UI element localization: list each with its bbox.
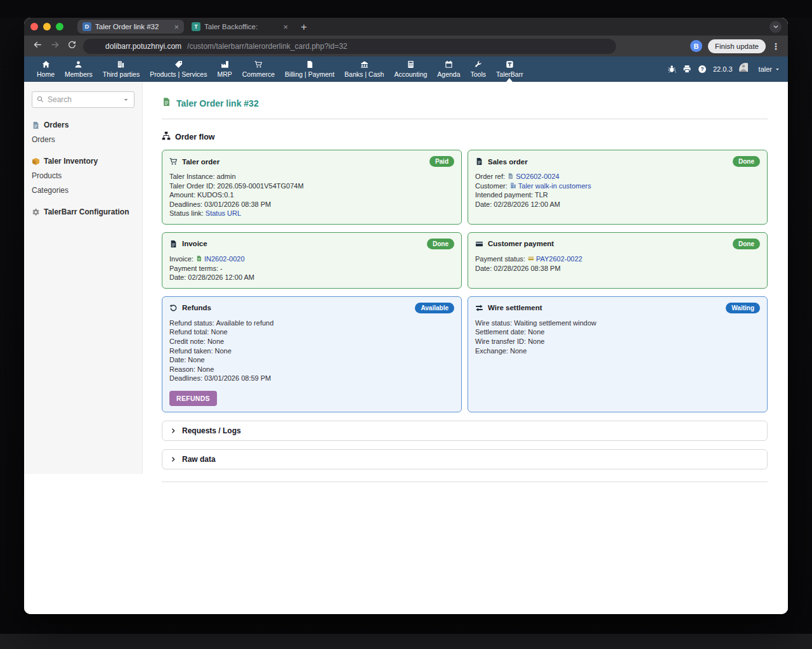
forward-button[interactable]	[49, 41, 60, 52]
status-badge: Waiting	[726, 303, 760, 313]
address-bar[interactable]: dolibarr.potuzhnyi.com/custom/talerbarr/…	[83, 39, 616, 54]
browser-tab-strip: DTaler Order link #32×TTaler Backoffice:…	[24, 18, 788, 36]
order-flow-icon	[162, 131, 171, 142]
card-field: Payment terms: -	[169, 264, 454, 273]
card-title: Taler order	[182, 158, 219, 166]
profile-avatar[interactable]: B	[690, 40, 702, 52]
sidebar-section-label: TalerBarr Configuration	[44, 207, 129, 216]
order-flow-card-invoice: InvoiceDoneInvoice: IN2602-0020Payment t…	[162, 232, 462, 289]
field-value: None	[197, 365, 214, 373]
sidebar-item-products[interactable]: Products	[32, 171, 134, 180]
extensions-icon[interactable]	[673, 41, 684, 52]
bookmark-star-icon[interactable]	[656, 41, 667, 52]
new-tab-button[interactable]: +	[301, 22, 307, 32]
collapsible-panel-raw-data[interactable]: Raw data	[162, 449, 768, 469]
gear-icon	[32, 208, 40, 216]
search-box[interactable]	[32, 91, 134, 108]
card-title: Sales order	[488, 158, 528, 166]
top-menu-item-accounting[interactable]: Accounting	[389, 56, 432, 82]
help-icon[interactable]: ?	[698, 65, 707, 74]
top-menu-item-banks-cash[interactable]: Banks | Cash	[339, 56, 389, 82]
browser-menu-icon[interactable]: ⋮	[771, 41, 780, 51]
url-host: dolibarr.potuzhnyi.com	[105, 42, 181, 51]
field-value: 03/01/2026 08:38 PM	[204, 200, 271, 208]
field-label: Credit note:	[169, 338, 207, 345]
top-menu-label: Billing | Payment	[285, 70, 334, 78]
top-menu-item-agenda[interactable]: Agenda	[432, 56, 465, 82]
reload-button[interactable]	[66, 41, 77, 52]
panel-label: Raw data	[182, 455, 216, 464]
field-label: Deadlines:	[169, 374, 204, 382]
user-avatar[interactable]	[739, 63, 752, 76]
sidebar-section: TalerBarr Configuration	[32, 207, 134, 216]
field-label: Taler Order ID:	[169, 182, 217, 190]
field-link[interactable]: PAY2602-0022	[536, 255, 582, 263]
field-link[interactable]: SO2602-0024	[516, 173, 560, 180]
left-menu: OrdersOrdersTaler InventoryProductsCateg…	[24, 82, 143, 474]
top-menu-item-billing-payment[interactable]: Billing | Payment	[280, 56, 339, 82]
field-value: None	[528, 328, 544, 336]
site-info-icon[interactable]	[91, 42, 100, 51]
company-icon	[510, 182, 516, 189]
field-value: None	[211, 328, 227, 336]
field-label: Payment status:	[475, 255, 527, 263]
top-menu-item-talerbarr[interactable]: TalerBarr	[491, 56, 528, 82]
top-menu-item-commerce[interactable]: Commerce	[237, 56, 280, 82]
tab-title: Taler Backoffice:	[204, 23, 279, 30]
install-icon[interactable]	[639, 41, 650, 52]
field-label: Wire status:	[475, 319, 514, 327]
top-menu-item-products-services[interactable]: Products | Services	[145, 56, 212, 82]
sidebar-item-categories[interactable]: Categories	[32, 186, 134, 195]
cookies-blocked-icon[interactable]	[622, 41, 633, 52]
field-link[interactable]: Taler walk-in customers	[518, 182, 591, 190]
finish-update-label: Finish update	[715, 43, 759, 50]
search-input[interactable]	[48, 95, 119, 104]
zoom-window-button[interactable]	[56, 23, 63, 30]
browser-tab[interactable]: TTaler Backoffice:×	[187, 20, 293, 34]
bottom-divider	[162, 482, 768, 482]
tab-search-button[interactable]	[769, 21, 782, 33]
browser-tab[interactable]: DTaler Order link #32×	[77, 20, 184, 34]
card-field: Amount: KUDOS:0.1	[169, 190, 454, 200]
field-value: 02/28/2026 08:38 PM	[494, 265, 560, 272]
card-field: Date: 02/28/2026 12:00 AM	[169, 273, 454, 282]
field-label: Customer:	[475, 182, 509, 190]
user-menu[interactable]: taler	[759, 65, 780, 73]
print-icon[interactable]	[683, 65, 691, 74]
top-menu-item-tools[interactable]: Tools	[466, 56, 492, 82]
card-header: Wire settlementWaiting	[475, 303, 760, 313]
accounting-icon	[407, 60, 415, 69]
top-menu-item-mrp[interactable]: MRP	[212, 56, 237, 82]
search-caret-icon[interactable]	[122, 96, 129, 103]
card-field: Deadlines: 03/01/2026 08:59 PM	[169, 374, 454, 383]
collapsible-panels: Requests / LogsRaw data	[162, 421, 768, 469]
field-value: KUDOS:0.1	[197, 191, 233, 199]
top-menu-item-home[interactable]: Home	[32, 56, 60, 82]
bug-report-icon[interactable]	[667, 65, 676, 74]
sidebar-section-title-taler-inventory[interactable]: Taler Inventory	[32, 157, 134, 166]
forward-arrow-icon	[50, 40, 60, 52]
tab-close-icon[interactable]: ×	[283, 22, 288, 32]
object-icon	[162, 96, 171, 110]
sidebar-item-orders[interactable]: Orders	[32, 135, 134, 144]
sidebar-section-title-orders[interactable]: Orders	[32, 121, 134, 129]
top-menu-label: Home	[37, 70, 55, 78]
close-window-button[interactable]	[30, 23, 38, 30]
panel-label: Requests / Logs	[182, 426, 241, 435]
tab-close-icon[interactable]: ×	[174, 22, 179, 32]
field-label: Wire transfer ID:	[475, 338, 528, 345]
field-link[interactable]: IN2602-0020	[204, 255, 245, 263]
minimize-window-button[interactable]	[43, 23, 51, 30]
back-button[interactable]	[32, 41, 43, 52]
field-link[interactable]: Status URL	[206, 209, 241, 217]
sidebar-section-title-talerbarr-configuration[interactable]: TalerBarr Configuration	[32, 207, 134, 216]
collapsible-panel-requests-logs[interactable]: Requests / Logs	[162, 421, 768, 441]
card-field: Intended payment: TLR	[475, 190, 760, 200]
finish-update-button[interactable]: Finish update	[708, 39, 766, 53]
top-menu-label: MRP	[217, 70, 232, 78]
card-field: Exchange: None	[475, 346, 760, 356]
card-header: Taler orderPaid	[169, 156, 454, 167]
top-menu-item-third-parties[interactable]: Third parties	[98, 56, 145, 82]
top-menu-item-members[interactable]: Members	[60, 56, 98, 82]
refunds-button[interactable]: REFUNDS	[169, 391, 217, 406]
